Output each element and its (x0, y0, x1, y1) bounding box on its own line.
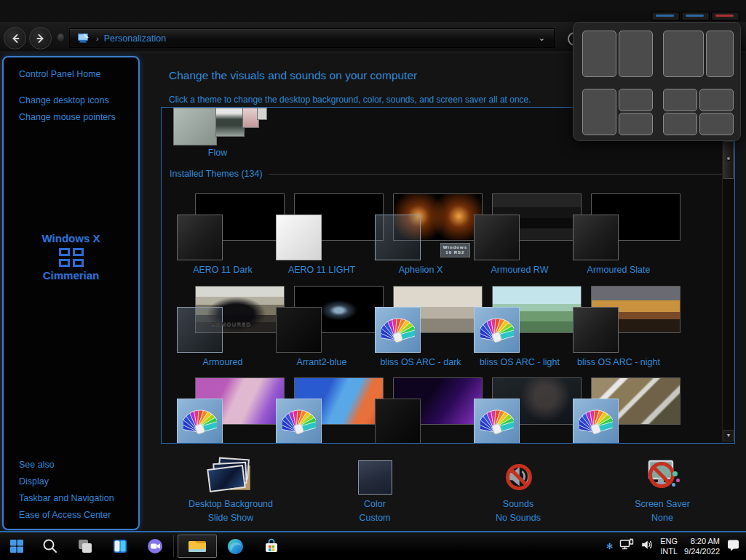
address-dropdown-chevron-icon[interactable]: ⌄ (539, 33, 545, 43)
screen-saver-icon[interactable] (600, 454, 724, 495)
taskbar: ✻ ENGINTL 8:20 AM9/24/2022 (0, 532, 746, 560)
snap-zone[interactable] (699, 113, 734, 135)
theme-item-aero-11-light[interactable]: AERO 11 LIGHT (272, 191, 371, 275)
sounds-icon[interactable] (456, 454, 580, 495)
theme-label: Armoured (173, 357, 272, 367)
footer-label[interactable]: Sounds (456, 499, 580, 509)
snap-layout-left-stack[interactable] (582, 89, 652, 134)
theme-item[interactable] (173, 375, 272, 444)
footer-label[interactable]: Desktop Background (169, 499, 293, 509)
taskbar-chat-button[interactable] (140, 535, 170, 558)
theme-label: bliss OS ARC - dark (371, 357, 470, 367)
forward-button[interactable] (29, 27, 52, 49)
widgets-icon (111, 537, 129, 555)
theme-item-armoured-slate[interactable]: Armoured Slate (569, 191, 668, 275)
snap-layout-two-equal[interactable] (582, 31, 652, 76)
footer-shortcut-color[interactable]: Color Custom (313, 454, 437, 523)
color-swatch-fan-icon (282, 407, 316, 436)
close-button[interactable] (711, 12, 739, 21)
theme-item-aphelion-x[interactable]: Windows10 RS2Aphelion X (371, 191, 470, 275)
maximize-button[interactable] (681, 12, 710, 21)
snap-zone[interactable] (582, 31, 616, 77)
breadcrumb[interactable]: Personalization (104, 33, 166, 44)
breadcrumb-separator: › (96, 34, 99, 43)
sidebar-item-display[interactable]: Display (19, 476, 49, 487)
scrollbar-thumb[interactable] (723, 141, 734, 179)
theme-item-armoured-rw[interactable]: Armoured RW (470, 191, 569, 275)
color-swatch-fan-icon (579, 407, 613, 436)
snap-zone[interactable] (706, 31, 734, 77)
recent-pages-button[interactable] (57, 33, 64, 41)
footer-shortcut-screen-saver[interactable]: Screen Saver None (600, 454, 724, 523)
snap-zone[interactable] (663, 89, 697, 111)
theme-window-color-preview (177, 399, 223, 444)
taskbar-start-button[interactable] (1, 535, 32, 558)
theme-label[interactable]: Flow (173, 148, 262, 158)
theme-item-bliss-os-arc-light[interactable]: bliss OS ARC - light (470, 283, 569, 367)
footer-label[interactable]: Color (313, 499, 437, 509)
theme-item[interactable] (569, 375, 668, 444)
snap-zone[interactable] (619, 31, 653, 77)
flow-art (215, 108, 245, 137)
theme-item-aero-11-dark[interactable]: AERO 11 Dark (173, 191, 272, 275)
snap-zone[interactable] (699, 89, 734, 111)
theme-item[interactable] (470, 375, 569, 444)
network-icon[interactable] (619, 538, 634, 554)
taskbar-store-button[interactable] (256, 535, 287, 558)
taskbar-task-view-button[interactable] (70, 535, 100, 558)
theme-item-arrant2-blue[interactable]: Arrant2-blue (272, 283, 371, 367)
snap-layout-quad[interactable] (663, 89, 733, 134)
theme-item[interactable] (272, 375, 371, 444)
footer-shortcut-sounds[interactable]: Sounds No Sounds (456, 454, 580, 523)
scrollbar[interactable]: ▼ (722, 108, 734, 442)
taskbar-search-button[interactable] (35, 535, 66, 558)
sidebar-item-control-panel-home[interactable]: Control Panel Home (19, 69, 101, 79)
section-rule (269, 174, 723, 175)
theme-label: Arrant2-blue (272, 357, 371, 367)
snap-layout-wide-left[interactable] (663, 31, 733, 76)
snap-zone[interactable] (582, 89, 616, 135)
snap-zone[interactable] (663, 113, 697, 135)
back-button[interactable] (4, 27, 26, 49)
theme-item-bliss-os-arc-night[interactable]: bliss OS ARC - night (569, 283, 668, 367)
color-swatch-fan-icon (381, 316, 415, 345)
notification-center-icon[interactable] (726, 539, 740, 554)
sidebar-item-ease-of-access-center[interactable]: Ease of Access Center (19, 510, 111, 520)
clock[interactable]: 8:20 AM9/24/2022 (684, 536, 720, 556)
footer-value: None (600, 513, 724, 523)
footer-shortcut-desktop-background[interactable]: Desktop Background Slide Show (169, 454, 293, 523)
taskbar-separator (173, 535, 174, 557)
taskbar-file-explorer-button[interactable] (178, 535, 217, 558)
search-icon (41, 537, 59, 555)
flow-art (173, 108, 217, 145)
theme-item-bliss-os-arc-dark[interactable]: bliss OS ARC - dark (371, 283, 470, 367)
footer-value: Slide Show (169, 513, 293, 523)
language-indicator[interactable]: ENGINTL (660, 536, 678, 556)
logo-line1: Windows X (4, 232, 138, 244)
color-icon[interactable] (313, 454, 437, 495)
taskbar-widgets-button[interactable] (105, 535, 135, 558)
sidebar-item-change-mouse-pointers[interactable]: Change mouse pointers (19, 112, 116, 122)
snap-zone[interactable] (663, 31, 704, 77)
footer-label[interactable]: Screen Saver (600, 499, 724, 509)
hidden-icons-button[interactable]: ✻ (606, 542, 613, 551)
sidebar-item-change-desktop-icons[interactable]: Change desktop icons (19, 95, 109, 105)
sidebar-item-taskbar-and-navigation[interactable]: Taskbar and Navigation (19, 493, 114, 503)
minimize-button[interactable] (651, 12, 680, 21)
snap-zone[interactable] (619, 113, 653, 135)
theme-window-color-preview (375, 215, 421, 260)
volume-icon[interactable] (640, 538, 654, 554)
snap-zone[interactable] (619, 89, 653, 111)
theme-label: Armoured Slate (569, 265, 668, 275)
scrollbar-down-button[interactable]: ▼ (723, 430, 734, 441)
snap-layouts-popup (573, 22, 741, 141)
address-bar[interactable]: › Personalization ⌄ (69, 28, 555, 48)
theme-item[interactable] (371, 375, 470, 444)
taskbar-edge-button[interactable] (220, 535, 250, 558)
theme-item-armoured[interactable]: ARMOUREDArmoured (173, 283, 272, 367)
personalization-icon (77, 33, 90, 44)
no-symbol-icon (506, 464, 532, 490)
no-symbol-icon (648, 462, 675, 488)
theme-window-color-preview (573, 399, 619, 444)
desktop-background-icon[interactable] (169, 454, 293, 495)
